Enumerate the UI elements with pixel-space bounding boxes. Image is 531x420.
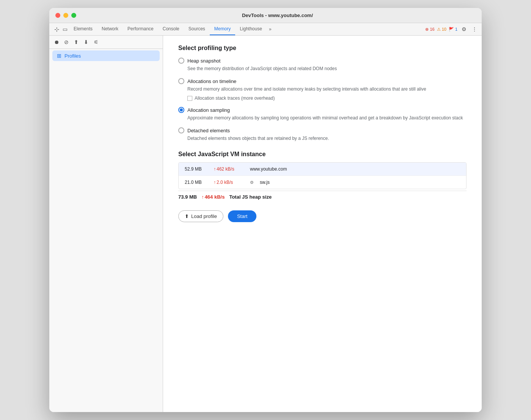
inspect-icon[interactable]: ⊹ (52, 25, 61, 33)
vm-table: 52.9 MB ↑ 462 kB/s www.youtube.com 21.0 … (178, 162, 467, 189)
allocation-stack-traces-checkbox[interactable] (187, 96, 192, 101)
warning-count: 10 (442, 27, 446, 31)
profiles-label: Profiles (64, 53, 81, 59)
allocations-timeline-desc: Record memory allocations over time and … (187, 86, 467, 92)
tab-performance[interactable]: Performance (123, 23, 158, 35)
total-rate-value: 464 kB/s (205, 194, 225, 200)
devtools-window: DevTools - www.youtube.com/ ⊹ ▭ Elements… (49, 8, 482, 412)
warning-badge[interactable]: ⚠ 10 (437, 27, 446, 32)
settings-icon[interactable]: ⚙ (460, 25, 468, 33)
option-heap-snapshot-row[interactable]: Heap snapshot (178, 58, 467, 64)
option-heap-snapshot: Heap snapshot See the memory distributio… (178, 58, 467, 72)
vm-name-youtube: www.youtube.com (250, 166, 287, 172)
vm-name-sw: sw.js (260, 180, 270, 185)
allocations-timeline-radio[interactable] (178, 78, 184, 84)
option-allocation-sampling-row[interactable]: Allocation sampling (178, 107, 467, 113)
maximize-button[interactable] (71, 13, 76, 18)
detached-elements-desc: Detached elements shows objects that are… (187, 135, 467, 142)
warning-icon: ⚠ (437, 27, 441, 32)
vm-row-sw[interactable]: 21.0 MB ↑ 2.0 kB/s ⚙ sw.js (179, 176, 466, 189)
option-allocations-row[interactable]: Allocations on timeline (178, 78, 467, 84)
device-icon[interactable]: ▭ (61, 25, 69, 33)
profiles-icon: ⊞ (57, 53, 61, 59)
tab-elements[interactable]: Elements (69, 23, 97, 35)
vm-rate-arrow-sw: ↑ (214, 180, 216, 185)
info-count: 1 (455, 27, 457, 31)
sidebar-toolbar: ⏺ ⊘ ⬆ ⬇ ⚟ (49, 36, 163, 49)
sidebar-item-profiles[interactable]: ⊞ Profiles (52, 50, 160, 61)
option-allocation-sampling: Allocation sampling Approximate memory a… (178, 107, 467, 121)
allocation-stack-traces-row: Allocation stack traces (more overhead) (187, 96, 467, 101)
vm-rate-value-sw: 2.0 kB/s (217, 180, 233, 185)
actions-row: ⬆ Load profile Start (178, 210, 467, 222)
minimize-button[interactable] (63, 13, 68, 18)
clear-button[interactable]: ⚟ (92, 38, 100, 46)
download-button[interactable]: ⬇ (82, 38, 90, 46)
vm-size-youtube: 52.9 MB (185, 166, 207, 172)
tab-sources[interactable]: Sources (184, 23, 210, 35)
more-tabs-button[interactable]: » (267, 24, 274, 35)
heap-snapshot-desc: See the memory distribution of JavaScrip… (187, 65, 467, 72)
tab-lighthouse[interactable]: Lighthouse (235, 23, 267, 35)
upload-button[interactable]: ⬆ (72, 38, 80, 46)
stop-button[interactable]: ⊘ (62, 38, 71, 46)
tab-network[interactable]: Network (97, 23, 123, 35)
error-count: 16 (430, 27, 434, 31)
main-content: Select profiling type Heap snapshot See … (163, 36, 482, 412)
option-detached-elements-row[interactable]: Detached elements (178, 127, 467, 133)
tab-bar: ⊹ ▭ Elements Network Performance Console… (49, 23, 482, 36)
load-profile-label: Load profile (191, 213, 217, 219)
window-title: DevTools - www.youtube.com/ (79, 13, 476, 18)
total-heap-rate: ↑ 464 kB/s (201, 194, 225, 200)
tab-console[interactable]: Console (158, 23, 184, 35)
upload-icon: ⬆ (185, 213, 189, 219)
vm-rate-sw: ↑ 2.0 kB/s (214, 180, 244, 185)
start-button[interactable]: Start (228, 210, 256, 222)
vm-size-sw: 21.0 MB (185, 180, 207, 185)
toolbar-right: ⊗ 16 ⚠ 10 🚩 1 ⚙ ⋮ (425, 24, 479, 35)
vm-row-youtube[interactable]: 52.9 MB ↑ 462 kB/s www.youtube.com (179, 163, 466, 176)
allocation-sampling-radio[interactable] (178, 107, 184, 113)
allocation-sampling-label: Allocation sampling (187, 107, 230, 113)
sidebar: ⏺ ⊘ ⬆ ⬇ ⚟ ⊞ Profiles (49, 36, 163, 412)
select-profiling-title: Select profiling type (178, 45, 467, 52)
error-icon: ⊗ (425, 27, 429, 32)
load-profile-button[interactable]: ⬆ Load profile (178, 210, 223, 222)
total-heap-label: Total JS heap size (229, 194, 272, 200)
option-detached-elements: Detached elements Detached elements show… (178, 127, 467, 142)
tabs-container: ⊹ ▭ Elements Network Performance Console… (52, 23, 425, 35)
heap-snapshot-radio[interactable] (178, 58, 184, 64)
vm-rate-youtube: ↑ 462 kB/s (214, 166, 244, 172)
gear-icon-sw: ⚙ (250, 180, 254, 185)
vm-rate-value-youtube: 462 kB/s (217, 166, 234, 172)
info-icon: 🚩 (449, 27, 454, 32)
allocation-stack-traces-label: Allocation stack traces (more overhead) (195, 96, 275, 101)
error-badge[interactable]: ⊗ 16 (425, 27, 434, 32)
vm-rate-arrow-youtube: ↑ (214, 166, 216, 172)
allocation-sampling-desc: Approximate memory allocations by sampli… (187, 114, 467, 121)
detached-elements-radio[interactable] (178, 127, 184, 133)
record-button[interactable]: ⏺ (52, 38, 61, 46)
total-rate-arrow: ↑ (201, 194, 204, 200)
total-heap-size: 73.9 MB (178, 194, 197, 200)
heap-snapshot-label: Heap snapshot (187, 58, 220, 64)
footer-bar: 73.9 MB ↑ 464 kB/s Total JS heap size (178, 191, 467, 206)
titlebar: DevTools - www.youtube.com/ (49, 8, 482, 23)
info-badge[interactable]: 🚩 1 (449, 27, 457, 32)
more-options-icon[interactable]: ⋮ (470, 25, 479, 33)
option-allocations-timeline: Allocations on timeline Record memory al… (178, 78, 467, 101)
allocations-timeline-label: Allocations on timeline (187, 78, 236, 84)
tab-memory[interactable]: Memory (210, 23, 235, 35)
close-button[interactable] (55, 13, 60, 18)
vm-section-title: Select JavaScript VM instance (178, 151, 467, 158)
devtools-body: ⏺ ⊘ ⬆ ⬇ ⚟ ⊞ Profiles Select profiling ty… (49, 36, 482, 412)
detached-elements-label: Detached elements (187, 128, 230, 133)
